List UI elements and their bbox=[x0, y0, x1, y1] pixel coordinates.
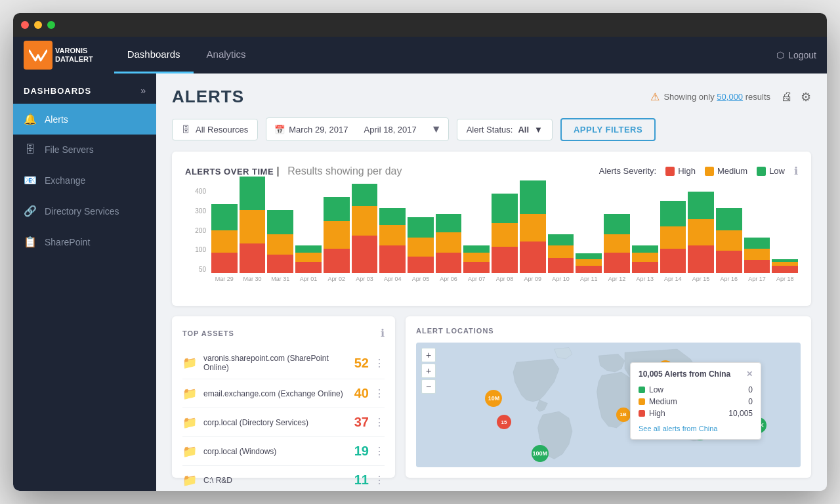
asset-menu-button[interactable]: ⋮ bbox=[374, 445, 385, 457]
bar-group[interactable] bbox=[576, 253, 602, 273]
bar-group[interactable] bbox=[492, 194, 518, 274]
map-zoom-in-button[interactable]: + bbox=[421, 348, 436, 362]
asset-menu-button[interactable]: ⋮ bbox=[374, 416, 385, 429]
bar-segment-low bbox=[548, 234, 574, 245]
bar-segment-high bbox=[408, 257, 434, 273]
results-warning: ⚠ Showing only 50,000 results bbox=[650, 91, 770, 103]
status-value: All bbox=[518, 125, 529, 135]
x-label: Apr 12 bbox=[604, 276, 630, 282]
nav-item-analytics[interactable]: Analytics bbox=[194, 37, 259, 74]
bar-segment-low bbox=[267, 210, 293, 234]
map-marker[interactable]: 100M bbox=[532, 445, 549, 462]
map-zoom-reset-button[interactable]: + bbox=[421, 364, 436, 378]
sidebar-item-label: Exchange bbox=[45, 175, 85, 186]
sidebar-item-directory-services[interactable]: 🔗 Directory Services bbox=[13, 196, 156, 226]
legend-medium-label: Medium bbox=[717, 166, 747, 176]
maximize-button[interactable] bbox=[47, 21, 55, 29]
bar-group[interactable] bbox=[324, 197, 350, 273]
sidebar-item-sharepoint[interactable]: 📋 SharePoint bbox=[13, 226, 156, 257]
bar-segment-high bbox=[744, 260, 770, 273]
map-zoom-out-button[interactable]: − bbox=[421, 379, 436, 394]
bar-segment-medium bbox=[492, 223, 518, 247]
bar-group[interactable] bbox=[267, 210, 293, 273]
high-checkbox[interactable] bbox=[665, 167, 675, 176]
asset-name: corp.local (Directory Services) bbox=[203, 418, 354, 427]
bar-segment-medium bbox=[436, 232, 462, 253]
file-servers-icon: 🗄 bbox=[24, 144, 37, 156]
resources-filter[interactable]: 🗄 All Resources bbox=[172, 119, 258, 140]
date-dropdown-icon[interactable]: ▼ bbox=[425, 118, 448, 140]
bar-group[interactable] bbox=[379, 208, 406, 273]
x-label: Apr 05 bbox=[408, 276, 434, 282]
sidebar-expand-icon[interactable]: » bbox=[140, 85, 146, 96]
top-assets-card: TOP ASSETS ℹ 📁 varonis.sharepoint.com (S… bbox=[172, 316, 395, 478]
status-filter[interactable]: Alert Status: All ▼ bbox=[457, 119, 553, 140]
bar-segment-medium bbox=[295, 253, 322, 262]
assets-info-icon[interactable]: ℹ bbox=[381, 327, 385, 339]
bar-segment-high bbox=[324, 249, 350, 273]
asset-menu-button[interactable]: ⋮ bbox=[374, 357, 385, 369]
bar-segment-high bbox=[295, 262, 322, 273]
bar-group[interactable] bbox=[240, 177, 266, 273]
bar-group[interactable] bbox=[352, 184, 378, 273]
bar-group[interactable] bbox=[548, 234, 574, 273]
bar-group[interactable] bbox=[211, 204, 238, 273]
x-label: Apr 07 bbox=[463, 276, 490, 282]
results-text: Showing only 50,000 results bbox=[663, 92, 770, 102]
bar-group[interactable] bbox=[772, 259, 798, 273]
bar-group[interactable] bbox=[632, 245, 658, 273]
bar-segment-medium bbox=[632, 253, 658, 262]
asset-menu-button[interactable]: ⋮ bbox=[374, 474, 385, 486]
bar-group[interactable] bbox=[716, 208, 742, 273]
close-button[interactable] bbox=[21, 21, 29, 29]
asset-menu-button[interactable]: ⋮ bbox=[374, 387, 385, 400]
bar-group[interactable] bbox=[744, 238, 770, 273]
print-icon[interactable]: 🖨 bbox=[781, 90, 793, 104]
bar-segment-medium bbox=[660, 226, 686, 249]
nav-item-dashboards[interactable]: Dashboards bbox=[114, 37, 194, 74]
map-marker[interactable]: 1B bbox=[616, 408, 631, 422]
date-range-filter[interactable]: 📅 March 29, 2017 April 18, 2017 ▼ bbox=[266, 117, 448, 141]
bar-chart: 40030020010050 bbox=[185, 188, 798, 293]
sidebar-header: DASHBOARDS » bbox=[13, 74, 156, 104]
sidebar-item-alerts[interactable]: 🔔 Alerts bbox=[13, 104, 156, 135]
bar-group[interactable] bbox=[295, 245, 322, 273]
chart-info-icon[interactable]: ℹ bbox=[794, 165, 798, 177]
x-label: Apr 18 bbox=[772, 276, 798, 282]
asset-count: 40 bbox=[354, 386, 369, 401]
x-label: Apr 06 bbox=[436, 276, 462, 282]
x-label: Apr 16 bbox=[716, 276, 742, 282]
settings-icon[interactable]: ⚙ bbox=[801, 90, 811, 104]
medium-checkbox[interactable] bbox=[705, 167, 714, 176]
bar-segment-high bbox=[576, 266, 602, 273]
tooltip-close-button[interactable]: ✕ bbox=[746, 369, 753, 379]
minimize-button[interactable] bbox=[34, 21, 42, 29]
bar-segment-medium bbox=[408, 238, 434, 256]
folder-icon: 📁 bbox=[182, 387, 197, 401]
bar-group[interactable] bbox=[408, 217, 434, 273]
bar-group[interactable] bbox=[463, 245, 490, 273]
see-all-china-link[interactable]: See all alerts from China bbox=[639, 425, 753, 432]
bar-segment-high bbox=[379, 245, 406, 273]
brand-text: VARONIS DATALERT bbox=[55, 47, 93, 64]
bar-segment-high bbox=[660, 249, 686, 273]
sidebar-item-file-servers[interactable]: 🗄 File Servers bbox=[13, 135, 156, 165]
low-checkbox[interactable] bbox=[757, 167, 766, 176]
folder-icon: 📁 bbox=[182, 356, 197, 370]
folder-icon: 📁 bbox=[182, 473, 197, 488]
bar-segment-medium bbox=[352, 206, 378, 236]
severity-label: Alerts Severity: bbox=[599, 166, 656, 176]
bar-group[interactable] bbox=[604, 214, 630, 273]
bar-group[interactable] bbox=[688, 192, 714, 273]
apply-filters-button[interactable]: APPLY FILTERS bbox=[560, 118, 656, 141]
sidebar-item-exchange[interactable]: 📧 Exchange bbox=[13, 165, 156, 196]
x-label: Mar 31 bbox=[267, 276, 293, 282]
bar-segment-high bbox=[772, 266, 798, 273]
bar-group[interactable] bbox=[520, 180, 546, 273]
logout-button[interactable]: ⬡ Logout bbox=[776, 50, 816, 60]
bar-segment-high bbox=[240, 243, 266, 273]
bar-group[interactable] bbox=[436, 214, 462, 273]
filter-bar: 🗄 All Resources 📅 March 29, 2017 April 1… bbox=[172, 117, 811, 141]
bar-group[interactable] bbox=[660, 201, 686, 273]
bar-segment-high bbox=[716, 251, 742, 273]
